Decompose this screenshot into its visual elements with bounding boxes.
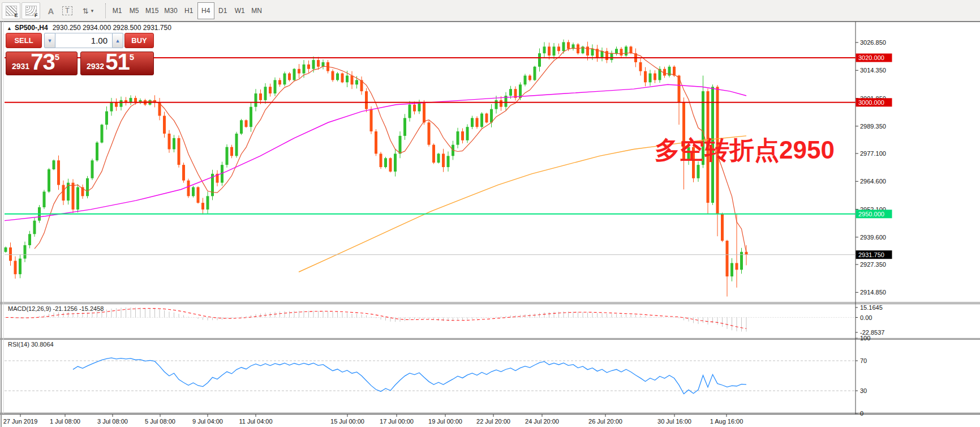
toolbar: E F A T ⇅ ▾ M1M5M15M30H1H4D1W1MN xyxy=(0,0,980,22)
timeframe-button-m1[interactable]: M1 xyxy=(109,2,126,19)
grid-icon: F xyxy=(25,6,37,16)
mt4-window: E F A T ⇅ ▾ M1M5M15M30H1H4D1W1MN 3026.85… xyxy=(0,0,980,427)
text-object-icon: T xyxy=(62,6,72,15)
volume-input[interactable] xyxy=(55,33,112,48)
time-tick-label: 9 Jul 04:00 xyxy=(192,418,223,425)
sell-price-big: 73 xyxy=(31,50,55,73)
price-badge-label: 3020.000 xyxy=(858,54,884,61)
price-badge-label: 2931.750 xyxy=(858,251,884,258)
timeframe-button-m15[interactable]: M15 xyxy=(143,2,161,19)
rsi-tick-label: 0 xyxy=(860,410,863,417)
timeframe-button-mn[interactable]: MN xyxy=(248,2,265,19)
symbol-title: SP500-,H4 xyxy=(15,24,48,32)
time-tick-label: 11 Jul 04:00 xyxy=(239,418,272,425)
macd-indicator-label: MACD(12,26,9) -21.1256 -15.2458 xyxy=(8,305,104,312)
time-tick-label: 15 Jul 00:00 xyxy=(330,418,364,425)
time-tick-label: 17 Jul 00:00 xyxy=(380,418,414,425)
chart-text-annotation[interactable]: 多空转折点2950 xyxy=(655,134,835,167)
time-tick-label: 3 Jul 08:00 xyxy=(97,418,128,425)
price-tick-label: 2964.600 xyxy=(860,178,886,185)
time-tick-label: 1 Jul 08:00 xyxy=(50,418,80,425)
time-tick-label: 27 Jun 2019 xyxy=(3,418,38,425)
rsi-line xyxy=(73,358,746,394)
text-object-button[interactable]: T xyxy=(60,2,75,19)
price-tick-label: 2977.100 xyxy=(860,150,886,157)
time-tick-label: 22 Jul 20:00 xyxy=(476,418,510,425)
price-tick-label: 2927.350 xyxy=(860,261,886,268)
volume-increase-button[interactable]: ▲ xyxy=(112,33,123,48)
time-tick-label: 24 Jul 20:00 xyxy=(525,418,559,425)
time-tick-label: 19 Jul 00:00 xyxy=(428,418,462,425)
timeframe-button-h1[interactable]: H1 xyxy=(180,2,197,19)
price-tick-label: 2939.600 xyxy=(860,234,886,241)
price-tick-label: 3014.350 xyxy=(860,67,886,74)
sell-price-tile[interactable]: 2931 73 5 xyxy=(6,52,78,75)
sort-arrows-icon: ⇅ xyxy=(83,7,89,15)
timeframe-button-d1[interactable]: D1 xyxy=(214,2,231,19)
timeframe-button-h4[interactable]: H4 xyxy=(197,2,214,19)
buy-button[interactable]: BUY xyxy=(124,33,154,48)
time-tick-label: 1 Aug 16:00 xyxy=(710,418,743,425)
rsi-tick-label: 30 xyxy=(860,387,867,394)
sell-price-sup: 5 xyxy=(55,52,59,73)
buy-price-tile[interactable]: 2932 51 5 xyxy=(80,52,154,75)
sell-button[interactable]: SELL xyxy=(6,33,42,48)
sell-price-main: 2931 xyxy=(12,62,29,73)
symbol-ohlc: 2930.250 2934.000 2928.500 2931.750 xyxy=(53,24,171,32)
font-tool-button[interactable]: A xyxy=(43,2,59,19)
buy-price-main: 2932 xyxy=(87,62,104,73)
grid-tool-button[interactable]: F xyxy=(22,2,40,19)
macd-tick-label: 0.00 xyxy=(860,314,872,321)
rsi-indicator-label: RSI(14) 30.8064 xyxy=(8,341,54,348)
buy-price-big: 51 xyxy=(105,50,130,73)
price-tick-label: 3026.850 xyxy=(860,39,886,46)
one-click-trade-panel: SELL ▼ ▲ BUY 2931 73 5 2932 51 5 xyxy=(5,33,154,85)
timeframe-bar: M1M5M15M30H1H4D1W1MN xyxy=(109,2,265,19)
time-tick-label: 30 Jul 16:00 xyxy=(657,418,691,425)
rsi-tick-label: 70 xyxy=(860,357,867,364)
macd-tick-label: 15.1645 xyxy=(860,304,883,311)
price-tick-label: 2914.850 xyxy=(860,289,886,296)
grid-icon-letter: F xyxy=(35,12,38,18)
timeframe-button-w1[interactable]: W1 xyxy=(231,2,248,19)
volume-decrease-button[interactable]: ▼ xyxy=(44,33,55,48)
symbol-info-bar: ▲SP500-,H42930.250 2934.000 2928.500 293… xyxy=(7,24,171,32)
rsi-tick-label: 100 xyxy=(860,335,870,341)
chart-region[interactable]: 3026.8503014.3503001.8502989.3502977.100… xyxy=(0,22,980,427)
expert-icon-letter: E xyxy=(14,12,18,18)
timeframe-button-m30[interactable]: M30 xyxy=(161,2,180,19)
timeframe-button-m5[interactable]: M5 xyxy=(126,2,143,19)
time-tick-label: 5 Jul 08:00 xyxy=(145,418,175,425)
expert-chart-icon: E xyxy=(6,6,17,16)
expert-chart-button[interactable]: E xyxy=(2,2,20,19)
price-tick-label: 2989.350 xyxy=(860,123,886,130)
chevron-down-icon: ▾ xyxy=(91,8,94,14)
macd-histogram xyxy=(6,308,746,332)
price-badge-label: 2950.000 xyxy=(858,211,884,217)
collapse-arrow-icon[interactable]: ▲ xyxy=(7,25,12,31)
toolbar-separator xyxy=(105,3,106,18)
arrows-tool-button[interactable]: ⇅ ▾ xyxy=(78,2,98,19)
macd-signal-line xyxy=(6,309,746,329)
buy-price-sup: 5 xyxy=(130,52,134,73)
price-badge-label: 3000.000 xyxy=(858,99,884,106)
time-tick-label: 26 Jul 20:00 xyxy=(588,418,622,425)
